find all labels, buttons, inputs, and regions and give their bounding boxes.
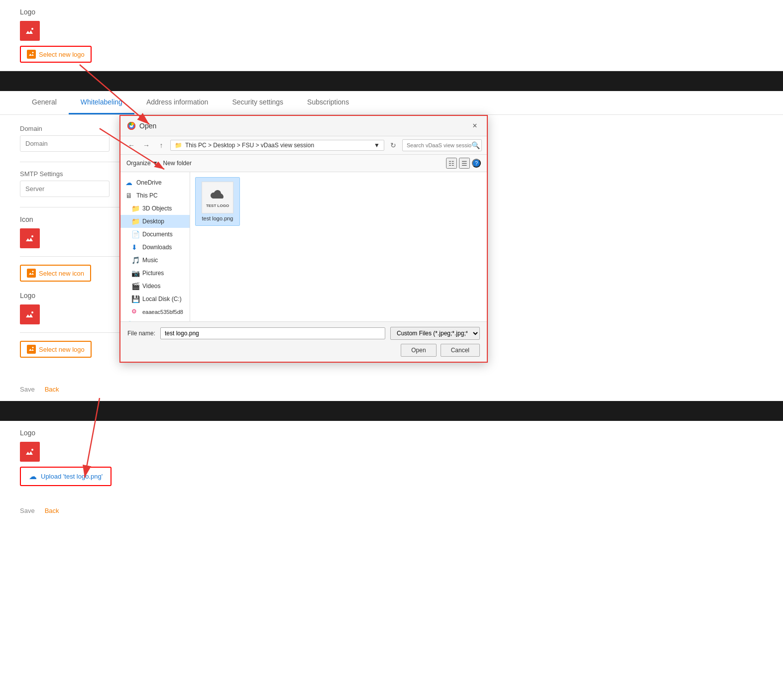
select-logo-icon-left [27,345,36,354]
file-item-test-logo[interactable]: TEST LOGO test logo.png [195,177,240,226]
search-input[interactable] [407,142,471,148]
file-thumbnail: TEST LOGO [202,182,233,213]
back-btn-1[interactable]: Back [45,386,59,393]
breadcrumb-text: This PC > Desktop > FSU > vDaaS view ses… [185,142,314,149]
select-new-logo-btn-top[interactable]: Select new logo [20,46,92,63]
onedrive-icon: ☁ [125,179,133,187]
save-btn-1[interactable]: Save [20,386,35,393]
network-icon: 🌐 [125,321,133,321]
tree-pictures[interactable]: 📷 Pictures [120,267,190,280]
breadcrumb-bar: 📁 This PC > Desktop > FSU > vDaaS view s… [170,140,384,151]
tabs-row: General Whitelabeling Address informatio… [20,91,763,114]
smtp-label: SMTP Settings [20,170,129,178]
dialog-titlebar: Open × [120,116,487,136]
tree-music-label: Music [142,257,158,264]
tree-videos[interactable]: 🎬 Videos [120,280,190,293]
logo-label-top: Logo [20,8,763,16]
back-nav-btn[interactable]: ← [125,139,137,151]
svg-point-7 [32,271,34,272]
tree-documents[interactable]: 📄 Documents [120,228,190,241]
documents-icon: 📄 [131,230,139,238]
svg-point-6 [31,235,33,237]
filename-row: File name: Custom Files (*.jpeg;*.jpg;*.… [127,327,480,340]
organize-btn[interactable]: Organize ▼ [126,160,158,167]
tree-desktop[interactable]: 📁 Desktop [120,215,190,228]
section3: Logo ☁ Upload 'test logo.png' [0,421,783,499]
domain-label: Domain [20,125,129,132]
select-new-logo-btn-left[interactable]: Select new logo [20,341,92,358]
dialog-footer: File name: Custom Files (*.jpeg;*.jpg;*.… [120,321,487,362]
tab-general[interactable]: General [20,91,69,114]
tab-address[interactable]: Address information [134,91,221,114]
tree-eaaeac[interactable]: ⚙ eaaeac535bf5d8 [120,305,190,318]
tree-eaaeac-label: eaaeac535bf5d8 [142,309,183,315]
videos-icon: 🎬 [131,282,139,290]
new-folder-btn[interactable]: New folder [163,160,192,167]
file-open-dialog: Open × ← → ↑ 📁 This PC > Desktop > FSU >… [119,115,488,363]
tree-pictures-label: Pictures [142,270,164,277]
music-icon: 🎵 [131,256,139,264]
tree-music[interactable]: 🎵 Music [120,254,190,267]
select-new-icon-btn[interactable]: Select new icon [20,265,91,282]
domain-group: Domain [20,125,129,152]
svg-point-3 [32,52,34,53]
divider-1 [20,162,129,162]
svg-point-8 [31,311,33,313]
filename-input[interactable] [160,327,385,339]
tree-local-disk[interactable]: 💾 Local Disk (C:) [120,293,190,305]
bottom-actions-2: Save Back [0,499,783,522]
select-logo-icon-top [27,50,36,59]
chrome-icon [127,122,135,130]
tree-network[interactable]: 🌐 Network [120,318,190,321]
tab-subscriptions[interactable]: Subscriptions [295,91,361,114]
filename-label: File name: [127,330,155,337]
dialog-title: Open [127,122,156,130]
filetype-select[interactable]: Custom Files (*.jpeg;*.jpg;*.png) [390,327,480,340]
select-icon-icon [27,269,36,278]
search-bar: 🔍 [402,139,482,151]
cloud-thumbnail-icon [208,188,227,203]
logo-label-left: Logo [20,292,129,300]
top-logo-section: Logo Select new logo [0,0,783,71]
tree-this-pc[interactable]: 🖥 This PC [120,189,190,202]
refresh-btn[interactable]: ↻ [387,139,399,151]
bottom-actions-1: Save Back [0,378,783,401]
dialog-close-btn[interactable]: × [470,121,480,131]
file-area: TEST LOGO test logo.png [190,172,487,321]
pc-icon: 🖥 [125,192,133,200]
up-nav-btn[interactable]: ↑ [155,139,167,151]
dialog-toolbar: ← → ↑ 📁 This PC > Desktop > FSU > vDaaS … [120,136,487,155]
breadcrumb-dropdown-icon[interactable]: ▼ [374,142,380,149]
tree-downloads[interactable]: ⬇ Downloads [120,241,190,254]
file-name: test logo.png [202,215,233,221]
tree-3d-objects[interactable]: 📁 3D Objects [120,202,190,215]
forward-nav-btn[interactable]: → [140,139,152,151]
3d-objects-icon: 📁 [131,204,139,212]
back-btn-2[interactable]: Back [45,507,59,514]
tree-onedrive[interactable]: ☁ OneDrive [120,176,190,189]
dialog-cancel-btn[interactable]: Cancel [441,344,480,357]
domain-input[interactable] [20,135,110,152]
dialog-open-btn[interactable]: Open [401,344,436,357]
tab-security[interactable]: Security settings [220,91,295,114]
eaaeac-icon: ⚙ [131,308,139,316]
tab-whitelabeling[interactable]: Whitelabeling [69,91,134,114]
upload-icon: ☁ [29,472,37,481]
breadcrumb-folder-icon: 📁 [175,142,182,149]
logo-image-section3 [20,442,40,462]
tree-downloads-label: Downloads [142,244,172,251]
pictures-icon: 📷 [131,269,139,277]
svg-point-1 [31,28,33,30]
view-grid-btn[interactable]: ☷ [446,158,457,169]
logo-label-section3: Logo [20,429,763,437]
save-btn-2[interactable]: Save [20,507,35,514]
divider-logo [20,332,129,333]
search-icon: 🔍 [471,141,480,149]
dialog-buttons-row: Open Cancel [127,344,480,357]
icon-group: Icon Select new icon [20,215,129,282]
server-input[interactable] [20,181,110,197]
view-list-btn[interactable]: ☰ [459,158,470,169]
dark-bar-2 [0,401,783,421]
upload-logo-btn[interactable]: ☁ Upload 'test logo.png' [20,467,112,486]
view-help-btn[interactable]: ? [472,159,481,168]
